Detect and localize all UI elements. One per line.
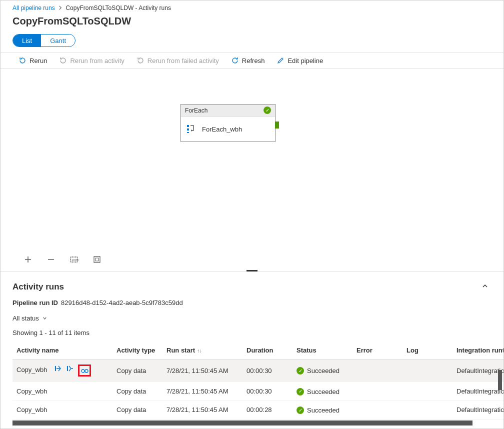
error-cell xyxy=(352,382,402,401)
tab-list[interactable]: List xyxy=(13,34,41,46)
details-glasses-icon[interactable] xyxy=(78,364,91,376)
svg-rect-8 xyxy=(67,366,68,371)
integration-cell: DefaultIntegrationRuntime xyxy=(452,400,504,420)
activity-runs-table: Activity name Activity type Run start↑↓ … xyxy=(12,342,504,420)
col-status[interactable]: Status xyxy=(292,342,352,360)
run-start-cell: 7/28/21, 11:50:45 AM xyxy=(162,360,242,382)
col-log[interactable]: Log xyxy=(402,342,452,360)
pipeline-run-id: Pipeline run ID82916d48-d152-4ad2-aeab-5… xyxy=(0,294,504,312)
edit-icon xyxy=(276,56,284,64)
table-row[interactable]: Copy_wbh Copy data 7/28/21, 11:50:45 AM … xyxy=(12,400,504,420)
success-icon: ✓ xyxy=(296,406,304,414)
results-count: Showing 1 - 11 of 11 items xyxy=(0,326,504,342)
log-cell xyxy=(402,360,452,382)
status-cell: ✓Succeeded xyxy=(296,388,340,396)
integration-cell: DefaultIntegrationRuntime xyxy=(452,382,504,401)
output-icon[interactable] xyxy=(66,364,74,376)
zoom-out-icon[interactable] xyxy=(46,255,56,264)
svg-point-10 xyxy=(85,370,88,372)
status-filter-dropdown[interactable]: All status xyxy=(0,312,60,326)
table-row[interactable]: Copy_wbh Copy data 7/28/21, 11:50:45 AM … xyxy=(12,360,504,382)
log-cell xyxy=(402,382,452,401)
svg-rect-2 xyxy=(187,132,189,133)
svg-rect-7 xyxy=(55,366,56,371)
panel-resize-handle[interactable] xyxy=(246,270,258,272)
log-cell xyxy=(402,400,452,420)
duration-cell: 00:00:28 xyxy=(242,400,292,420)
zoom-100-icon[interactable]: 100% xyxy=(70,255,78,264)
success-icon: ✓ xyxy=(296,367,304,374)
refresh-button[interactable]: Refresh xyxy=(231,56,265,64)
collapse-panel-button[interactable] xyxy=(478,280,492,294)
success-icon: ✓ xyxy=(264,106,271,114)
node-output-port[interactable] xyxy=(275,122,279,128)
activity-name-cell: Copy_wbh xyxy=(16,406,47,414)
col-error[interactable]: Error xyxy=(352,342,402,360)
status-cell: ✓Succeeded xyxy=(296,367,340,374)
breadcrumb-current: CopyFromSQLToSQLDW - Activity runs xyxy=(66,4,171,12)
breadcrumb: All pipeline runs CopyFromSQLToSQLDW - A… xyxy=(0,0,504,14)
activity-type-cell: Copy data xyxy=(112,400,162,420)
activity-node-type: ForEach xyxy=(185,107,208,114)
error-cell xyxy=(352,360,402,382)
duration-cell: 00:00:30 xyxy=(242,360,292,382)
activity-name-cell: Copy_wbh xyxy=(16,388,47,395)
refresh-icon xyxy=(231,56,239,64)
activity-runs-heading: Activity runs xyxy=(12,282,64,292)
run-start-cell: 7/28/21, 11:50:45 AM xyxy=(162,400,242,420)
activity-type-cell: Copy data xyxy=(112,360,162,382)
foreach-icon xyxy=(186,124,197,134)
edit-pipeline-button[interactable]: Edit pipeline xyxy=(276,56,323,64)
vertical-scrollbar[interactable] xyxy=(498,370,502,390)
col-duration[interactable]: Duration xyxy=(242,342,292,360)
toolbar: Rerun Rerun from activity Rerun from fai… xyxy=(0,52,504,69)
col-integration-runtime[interactable]: Integration runtime xyxy=(452,342,504,360)
rerun-button[interactable]: Rerun xyxy=(18,56,47,64)
duration-cell: 00:00:30 xyxy=(242,382,292,401)
col-activity-name[interactable]: Activity name xyxy=(12,342,112,360)
canvas-controls: 100% xyxy=(24,255,102,264)
activity-node-foreach[interactable]: ForEach ✓ ForEach_wbh xyxy=(180,104,276,142)
zoom-in-icon[interactable] xyxy=(24,255,32,264)
horizontal-scrollbar[interactable] xyxy=(12,420,472,426)
col-activity-type[interactable]: Activity type xyxy=(112,342,162,360)
tab-gantt[interactable]: Gantt xyxy=(41,34,75,46)
activity-name-cell: Copy_wbh xyxy=(16,366,47,374)
activity-type-cell: Copy data xyxy=(112,382,162,401)
rerun-from-activity-button: Rerun from activity xyxy=(59,56,124,64)
table-row[interactable]: Copy_wbh Copy data 7/28/21, 11:50:45 AM … xyxy=(12,382,504,401)
rerun-icon xyxy=(18,56,26,64)
fit-screen-icon[interactable] xyxy=(92,255,102,264)
svg-rect-6 xyxy=(96,258,98,261)
input-icon[interactable] xyxy=(54,364,62,376)
svg-rect-1 xyxy=(187,128,189,130)
rerun-icon xyxy=(136,56,144,64)
status-cell: ✓Succeeded xyxy=(296,406,340,414)
svg-text:100%: 100% xyxy=(72,258,78,262)
rerun-icon xyxy=(59,56,67,64)
svg-point-9 xyxy=(82,370,84,372)
view-toggle: List Gantt xyxy=(12,34,76,47)
breadcrumb-root-link[interactable]: All pipeline runs xyxy=(12,4,55,12)
integration-cell: DefaultIntegrationRuntime xyxy=(452,360,504,382)
chevron-down-icon xyxy=(42,316,48,321)
svg-rect-0 xyxy=(187,125,189,127)
pipeline-canvas[interactable]: ForEach ✓ ForEach_wbh 100% xyxy=(0,69,504,272)
success-icon: ✓ xyxy=(296,388,304,396)
col-run-start[interactable]: Run start↑↓ xyxy=(162,342,242,360)
error-cell xyxy=(352,400,402,420)
chevron-right-icon xyxy=(58,4,62,12)
page-title: CopyFromSQLToSQLDW xyxy=(0,14,504,32)
activity-node-name: ForEach_wbh xyxy=(202,126,242,133)
run-start-cell: 7/28/21, 11:50:45 AM xyxy=(162,382,242,401)
rerun-from-failed-button: Rerun from failed activity xyxy=(136,56,219,64)
svg-rect-5 xyxy=(94,256,100,262)
